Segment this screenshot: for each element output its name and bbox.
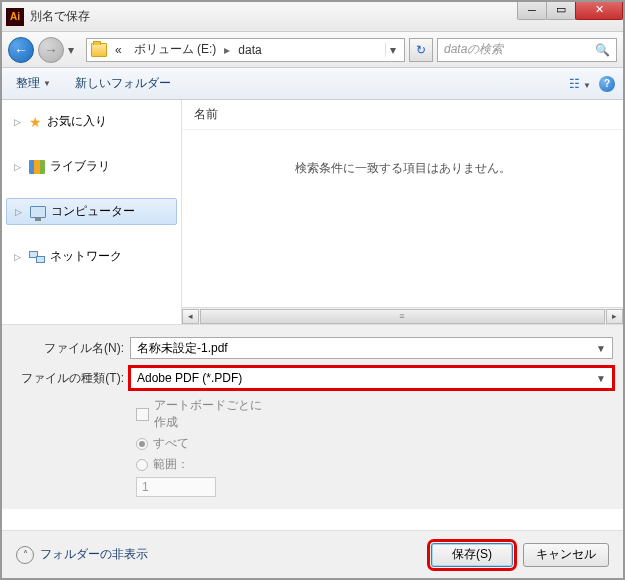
chevron-down-icon[interactable]: ▼: [596, 373, 606, 384]
sidebar-item-libraries[interactable]: ▷ ライブラリ: [2, 153, 181, 180]
column-header-name[interactable]: 名前: [182, 100, 623, 130]
address-dropdown-icon[interactable]: ▾: [385, 43, 400, 57]
close-button[interactable]: ✕: [575, 0, 623, 20]
sidebar-item-favorites[interactable]: ▷ ★ お気に入り: [2, 108, 181, 135]
horizontal-scrollbar[interactable]: ◂ ≡ ▸: [182, 307, 623, 324]
filetype-select[interactable]: Adobe PDF (*.PDF) ▼: [130, 367, 613, 389]
crumb-prefix: «: [111, 43, 126, 57]
filename-input[interactable]: 名称未設定-1.pdf ▼: [130, 337, 613, 359]
sidebar-label: ネットワーク: [50, 248, 122, 265]
empty-message: 検索条件に一致する項目はありません。: [182, 160, 623, 177]
range-custom-row: 範囲：: [136, 456, 613, 473]
sidebar-label: お気に入り: [47, 113, 107, 130]
scroll-left-button[interactable]: ◂: [182, 309, 199, 324]
range-custom-radio: [136, 459, 148, 471]
search-input[interactable]: dataの検索 🔍: [437, 38, 617, 62]
address-bar[interactable]: « ボリューム (E:) ▸ data ▾: [86, 38, 405, 62]
search-icon: 🔍: [595, 43, 610, 57]
cancel-button[interactable]: キャンセル: [523, 543, 609, 567]
scroll-thumb[interactable]: ≡: [200, 309, 605, 324]
search-placeholder: dataの検索: [444, 41, 595, 58]
expand-icon[interactable]: ▷: [14, 162, 24, 172]
sidebar-label: ライブラリ: [50, 158, 110, 175]
new-folder-button[interactable]: 新しいフォルダー: [69, 72, 177, 95]
network-icon: [29, 251, 45, 263]
artboard-checkbox: [136, 408, 149, 421]
star-icon: ★: [29, 114, 42, 130]
history-dropdown[interactable]: ▾: [68, 43, 82, 57]
title-bar: Ai 別名で保存 ─ ▭ ✕: [2, 2, 623, 32]
range-all-radio: [136, 438, 148, 450]
toolbar: 整理▼ 新しいフォルダー ☷ ▼ ?: [2, 68, 623, 100]
scroll-right-button[interactable]: ▸: [606, 309, 623, 324]
app-icon: Ai: [6, 8, 24, 26]
expand-icon[interactable]: ▷: [14, 117, 24, 127]
view-options-button[interactable]: ☷ ▼: [569, 77, 591, 91]
chevron-up-icon: ˄: [16, 546, 34, 564]
filetype-label: ファイルの種類(T):: [12, 370, 130, 387]
artboard-label: アートボードごとに作成: [154, 397, 264, 431]
maximize-button[interactable]: ▭: [546, 0, 576, 20]
crumb-folder[interactable]: data: [234, 43, 265, 57]
library-icon: [29, 160, 45, 174]
chevron-down-icon[interactable]: ▼: [596, 343, 606, 354]
organize-menu[interactable]: 整理▼: [10, 72, 57, 95]
filename-label: ファイル名(N):: [12, 340, 130, 357]
nav-bar: ← → ▾ « ボリューム (E:) ▸ data ▾ ↻ dataの検索 🔍: [2, 32, 623, 68]
chevron-right-icon[interactable]: ▸: [224, 43, 230, 57]
file-list-pane: 名前 検索条件に一致する項目はありません。 ◂ ≡ ▸: [182, 100, 623, 324]
artboard-checkbox-row: アートボードごとに作成: [136, 397, 613, 431]
range-custom-label: 範囲：: [153, 456, 189, 473]
range-all-label: すべて: [153, 435, 189, 452]
crumb-volume[interactable]: ボリューム (E:): [130, 41, 221, 58]
content-area: ▷ ★ お気に入り ▷ ライブラリ ▷ コンピューター ▷ ネットワーク 名前 …: [2, 100, 623, 324]
forward-button: →: [38, 37, 64, 63]
expand-icon[interactable]: ▷: [15, 207, 25, 217]
range-all-row: すべて: [136, 435, 613, 452]
back-button[interactable]: ←: [8, 37, 34, 63]
sidebar-item-network[interactable]: ▷ ネットワーク: [2, 243, 181, 270]
save-button[interactable]: 保存(S): [431, 543, 513, 567]
minimize-button[interactable]: ─: [517, 0, 547, 20]
footer: ˄ フォルダーの非表示 保存(S) キャンセル: [2, 530, 623, 578]
sidebar-label: コンピューター: [51, 203, 135, 220]
help-icon[interactable]: ?: [599, 76, 615, 92]
sidebar: ▷ ★ お気に入り ▷ ライブラリ ▷ コンピューター ▷ ネットワーク: [2, 100, 182, 324]
sidebar-item-computer[interactable]: ▷ コンピューター: [6, 198, 177, 225]
refresh-button[interactable]: ↻: [409, 38, 433, 62]
folder-icon: [91, 43, 107, 57]
expand-icon[interactable]: ▷: [14, 252, 24, 262]
form-area: ファイル名(N): 名称未設定-1.pdf ▼ ファイルの種類(T): Adob…: [2, 324, 623, 509]
range-input: 1: [136, 477, 216, 497]
hide-folders-toggle[interactable]: ˄ フォルダーの非表示: [16, 546, 148, 564]
computer-icon: [30, 206, 46, 218]
